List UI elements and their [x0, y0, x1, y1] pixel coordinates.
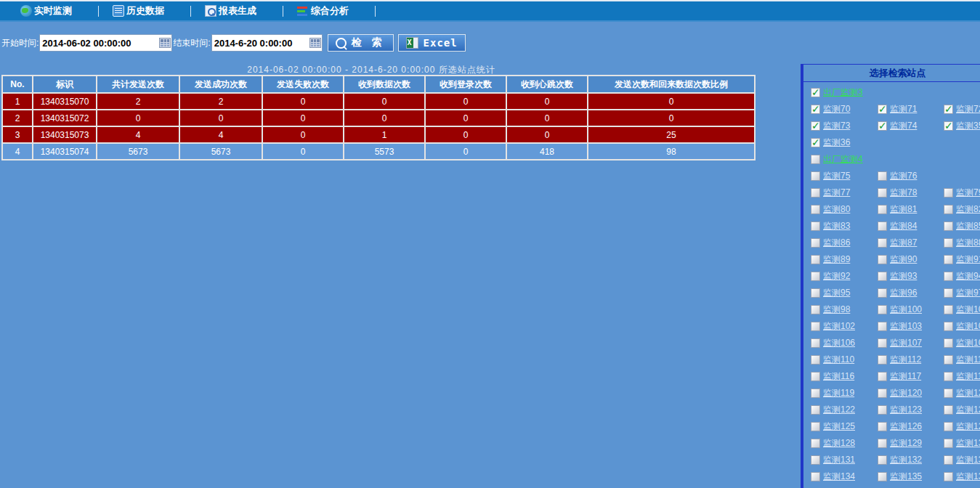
unchecked-checkbox-icon[interactable] — [944, 372, 953, 381]
nav-item-analysis[interactable]: 综合分析 — [297, 4, 361, 17]
station-checkbox-item[interactable]: 监测92 — [811, 270, 878, 282]
station-label[interactable]: 监测70 — [823, 103, 850, 115]
unchecked-checkbox-icon[interactable] — [878, 472, 887, 481]
unchecked-checkbox-icon[interactable] — [878, 171, 887, 181]
station-checkbox-item[interactable]: 监测78 — [878, 187, 944, 199]
station-label[interactable]: 监测78 — [890, 187, 917, 199]
unchecked-checkbox-icon[interactable] — [878, 372, 887, 381]
station-label[interactable]: 出厂监测4 — [823, 153, 863, 166]
station-checkbox-item[interactable]: 监测10 — [944, 320, 980, 333]
unchecked-checkbox-icon[interactable] — [878, 389, 887, 398]
nav-item-report[interactable]: 报表生成 — [205, 4, 269, 17]
unchecked-checkbox-icon[interactable] — [811, 422, 820, 431]
unchecked-checkbox-icon[interactable] — [878, 221, 887, 231]
station-label[interactable]: 监测106 — [823, 337, 855, 349]
station-checkbox-item[interactable]: 监测12 — [944, 420, 980, 433]
calendar-icon[interactable] — [309, 38, 321, 48]
station-checkbox-item[interactable]: 监测100 — [878, 304, 944, 316]
unchecked-checkbox-icon[interactable] — [878, 305, 887, 314]
station-label[interactable]: 监测110 — [823, 354, 854, 366]
station-label[interactable]: 监测85 — [956, 220, 980, 232]
station-label[interactable]: 监测125 — [823, 420, 855, 433]
unchecked-checkbox-icon[interactable] — [944, 305, 953, 314]
unchecked-checkbox-icon[interactable] — [944, 188, 953, 198]
unchecked-checkbox-icon[interactable] — [811, 205, 820, 214]
station-label[interactable]: 监测89 — [823, 253, 850, 266]
station-checkbox-item[interactable]: 监测132 — [878, 454, 944, 466]
unchecked-checkbox-icon[interactable] — [811, 472, 820, 481]
station-checkbox-item[interactable]: 监测72 — [944, 103, 980, 115]
station-checkbox-item[interactable]: 监测110 — [811, 354, 878, 366]
end-time-input[interactable] — [212, 36, 309, 50]
unchecked-checkbox-icon[interactable] — [811, 389, 820, 398]
unchecked-checkbox-icon[interactable] — [878, 288, 887, 298]
unchecked-checkbox-icon[interactable] — [878, 272, 887, 281]
unchecked-checkbox-icon[interactable] — [878, 188, 887, 198]
station-label[interactable]: 监测90 — [890, 253, 917, 266]
station-label[interactable]: 监测73 — [823, 120, 850, 132]
station-checkbox-item[interactable]: 监测73 — [811, 120, 878, 132]
unchecked-checkbox-icon[interactable] — [944, 338, 953, 348]
station-checkbox-item[interactable]: 监测123 — [878, 404, 944, 416]
station-label[interactable]: 监测12 — [956, 387, 980, 399]
station-checkbox-item[interactable]: 监测95 — [811, 287, 878, 299]
station-label[interactable]: 监测98 — [823, 304, 850, 316]
unchecked-checkbox-icon[interactable] — [878, 439, 887, 448]
station-checkbox-item[interactable]: 监测83 — [811, 220, 878, 232]
station-label[interactable]: 监测10 — [956, 337, 980, 349]
unchecked-checkbox-icon[interactable] — [878, 322, 887, 331]
station-checkbox-item[interactable]: 监测93 — [878, 270, 944, 282]
station-checkbox-item[interactable]: 监测85 — [944, 220, 980, 232]
station-checkbox-item[interactable]: 出厂监测4 — [811, 153, 878, 166]
station-label[interactable]: 监测76 — [890, 170, 917, 182]
station-label[interactable]: 监测129 — [890, 437, 922, 450]
unchecked-checkbox-icon[interactable] — [811, 355, 820, 365]
station-checkbox-item[interactable]: 监测107 — [878, 337, 944, 349]
unchecked-checkbox-icon[interactable] — [944, 221, 953, 231]
station-label[interactable]: 监测81 — [890, 203, 917, 216]
station-checkbox-item[interactable]: 监测103 — [878, 320, 944, 333]
station-label[interactable]: 监测135 — [890, 471, 922, 483]
station-label[interactable]: 监测75 — [823, 170, 850, 182]
unchecked-checkbox-icon[interactable] — [811, 238, 820, 248]
unchecked-checkbox-icon[interactable] — [878, 255, 887, 264]
station-label[interactable]: 监测92 — [823, 270, 850, 282]
unchecked-checkbox-icon[interactable] — [811, 171, 820, 181]
station-checkbox-item[interactable]: 监测117 — [878, 370, 944, 383]
unchecked-checkbox-icon[interactable] — [878, 455, 887, 465]
unchecked-checkbox-icon[interactable] — [944, 255, 953, 264]
unchecked-checkbox-icon[interactable] — [811, 372, 820, 381]
station-label[interactable]: 监测35 — [956, 120, 980, 132]
unchecked-checkbox-icon[interactable] — [811, 405, 820, 415]
station-checkbox-item[interactable]: 监测82 — [944, 203, 980, 216]
unchecked-checkbox-icon[interactable] — [811, 338, 820, 348]
unchecked-checkbox-icon[interactable] — [811, 188, 820, 198]
unchecked-checkbox-icon[interactable] — [944, 288, 953, 298]
unchecked-checkbox-icon[interactable] — [944, 205, 953, 214]
station-label[interactable]: 监测74 — [890, 120, 917, 132]
station-label[interactable]: 监测10 — [956, 320, 980, 333]
checked-checkbox-icon[interactable] — [944, 105, 953, 114]
station-checkbox-item[interactable]: 监测36 — [811, 137, 878, 149]
start-time-input[interactable] — [40, 36, 159, 50]
station-label[interactable]: 监测100 — [890, 304, 922, 316]
station-label[interactable]: 监测116 — [823, 370, 854, 383]
unchecked-checkbox-icon[interactable] — [811, 255, 820, 264]
unchecked-checkbox-icon[interactable] — [811, 439, 820, 448]
station-checkbox-item[interactable]: 监测84 — [878, 220, 944, 232]
station-label[interactable]: 监测13 — [956, 437, 980, 450]
station-checkbox-item[interactable]: 监测135 — [878, 471, 944, 483]
station-checkbox-item[interactable]: 监测70 — [811, 103, 878, 115]
station-checkbox-item[interactable]: 监测125 — [811, 420, 878, 433]
station-checkbox-item[interactable]: 监测116 — [811, 370, 878, 383]
station-checkbox-item[interactable]: 监测81 — [878, 203, 944, 216]
station-label[interactable]: 监测84 — [890, 220, 917, 232]
station-checkbox-item[interactable]: 监测86 — [811, 237, 878, 249]
station-label[interactable]: 出厂监测3 — [823, 86, 863, 99]
station-label[interactable]: 监测80 — [823, 203, 850, 216]
station-checkbox-item[interactable]: 监测126 — [878, 420, 944, 433]
unchecked-checkbox-icon[interactable] — [878, 422, 887, 431]
unchecked-checkbox-icon[interactable] — [811, 221, 820, 231]
excel-export-button[interactable]: Excel — [398, 34, 466, 52]
station-label[interactable]: 监测97 — [956, 287, 980, 299]
